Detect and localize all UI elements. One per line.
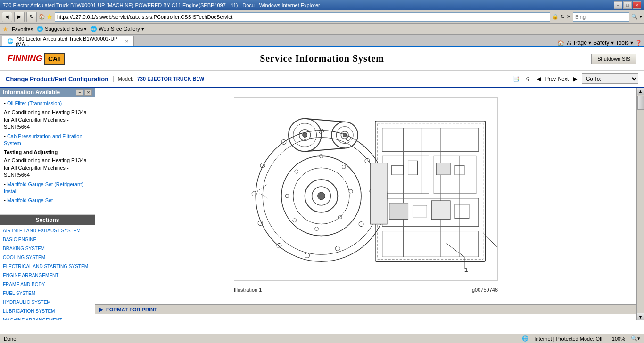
section-item-6[interactable]: FRAME AND BODY [2, 280, 93, 289]
info-text-1: Air Conditioning and Heating R134a for A… [4, 109, 87, 130]
print-icon[interactable]: 🖨 [566, 40, 572, 46]
favorites-star-icon: ★ [3, 26, 8, 33]
web-slice-gallery-menu[interactable]: 🌐 Web Slice Gallery ▾ [91, 26, 144, 32]
home-icon[interactable]: 🏠 [39, 14, 45, 20]
section-item-8[interactable]: HYDRAULIC SYSTEM [2, 298, 93, 307]
next-label: Next [558, 76, 569, 82]
format-print-label[interactable]: FORMAT FOR PRINT [106, 307, 157, 312]
status-bar: Done 🌐 Internet | Protected Mode: Off 10… [0, 334, 644, 343]
sections-list[interactable]: AIR INLET AND EXHAUST SYSTEM BASIC ENGIN… [0, 225, 95, 320]
info-close-button[interactable]: ✕ [84, 89, 92, 96]
favorites-menu[interactable]: Favorites [12, 26, 33, 32]
help-toolbar[interactable]: ❓ [635, 40, 642, 46]
active-tab[interactable]: 🌐 730 Ejector Articulated Truck B1W00001… [2, 36, 134, 46]
stop-icon[interactable]: ✕ [567, 14, 571, 20]
info-text-3: Air Conditioning and Heating R134a for A… [4, 157, 87, 178]
page-toolbar[interactable]: Page ▾ [574, 40, 591, 46]
suggested-sites-menu[interactable]: 🌐 Suggested Sites ▾ [37, 26, 87, 32]
info-minimize-button[interactable]: − [76, 89, 83, 96]
bookmark-icon[interactable]: 📑 [512, 74, 521, 83]
section-item-4[interactable]: ELECTRICAL AND STARTING SYSTEM [2, 262, 93, 271]
info-list: • Oil Filter (Transmission) Air Conditio… [0, 97, 95, 215]
illustration-id: g00759746 [472, 287, 498, 293]
shutdown-sis-button[interactable]: Shutdown SIS [591, 54, 636, 64]
sections-header: Sections [0, 215, 95, 225]
manifold-gauge-install-link[interactable]: Manifold Gauge Set (Refrigerant) - Insta… [4, 181, 87, 194]
info-available-header: Information Available − ✕ [0, 88, 95, 97]
web-slice-icon: 🌐 [91, 26, 97, 32]
next-button[interactable]: ▶ [570, 74, 580, 83]
tab-favicon: 🌐 [7, 38, 14, 44]
sections-label: Sections [35, 217, 59, 223]
zoom-icon[interactable]: 🔍▾ [631, 335, 640, 342]
model-value: 730 EJECTOR TRUCK B1W [137, 76, 204, 82]
tab-close-button[interactable]: ✕ [125, 39, 129, 44]
product-config-link[interactable]: Change Product/Part Configuration [6, 75, 108, 82]
tab-bar: 🌐 730 Ejector Articulated Truck B1W00001… [0, 35, 644, 47]
svg-text:1: 1 [464, 266, 468, 273]
info-item-5: • Manifold Gauge Set [2, 196, 93, 205]
scroll-up-button[interactable]: ▲ [637, 88, 644, 95]
scroll-down-button[interactable]: ▼ [637, 313, 644, 320]
format-arrow-icon: ▶ [99, 306, 103, 313]
goto-select[interactable]: Go To: Beginning End [582, 74, 638, 84]
refresh-nav-icon[interactable]: ↻ [561, 14, 565, 20]
address-bar: ◀ ▶ ↻ 🏠 ⭐ 🔒 ↻ ✕ 🔍 ▾ [0, 10, 644, 24]
search-options-icon[interactable]: ▾ [640, 15, 642, 19]
tools-toolbar[interactable]: Tools ▾ [616, 40, 633, 46]
model-label: Model: [118, 76, 133, 82]
safety-toolbar[interactable]: Safety ▾ [593, 40, 613, 46]
panel-header-icons: − ✕ [76, 89, 92, 96]
back-button[interactable]: ◀ [2, 12, 12, 22]
prev-button[interactable]: ◀ [534, 74, 544, 83]
print-doc-icon[interactable]: 🖨 [523, 74, 532, 83]
svg-rect-49 [371, 163, 387, 224]
security-icons: 🏠 ⭐ [39, 14, 53, 20]
prev-label: Prev [545, 76, 556, 82]
tab-title: 730 Ejector Articulated Truck B1W00001-U… [16, 36, 123, 47]
svg-point-7 [318, 192, 325, 200]
format-bar[interactable]: ▶ FORMAT FOR PRINT [95, 304, 636, 314]
section-item-9[interactable]: LUBRICATION SYSTEM [2, 307, 93, 316]
engine-diagram: 1 2 [234, 97, 498, 281]
suggested-sites-icon: 🌐 [37, 26, 43, 32]
section-item-3[interactable]: COOLING SYSTEM [2, 253, 93, 262]
close-button[interactable]: ✕ [633, 1, 641, 9]
svg-point-63 [343, 133, 347, 137]
scroll-thumb[interactable] [637, 96, 644, 110]
svg-rect-0 [234, 98, 497, 280]
section-item-2[interactable]: BRAKING SYSTEM [2, 244, 93, 253]
zone-label: Internet | Protected Mode: Off [534, 336, 603, 342]
right-content[interactable]: 1 2 [95, 88, 636, 320]
forward-button[interactable]: ▶ [14, 12, 25, 22]
section-item-7[interactable]: FUEL SYSTEM [2, 289, 93, 298]
testing-label: Testing and Adjusting [4, 149, 58, 155]
engine-svg: 1 2 [234, 98, 497, 280]
oil-filter-link[interactable]: Oil Filter (Transmission) [7, 100, 62, 106]
right-scrollbar[interactable]: ▲ ▼ [636, 88, 644, 320]
section-item-1[interactable]: BASIC ENGINE [2, 235, 93, 244]
sis-header: FINNING CAT Service Information System S… [0, 47, 644, 71]
search-input[interactable] [573, 12, 629, 22]
svg-point-59 [303, 133, 307, 138]
cab-pressurization-link[interactable]: Cab Pressurization and Filtration System [4, 133, 83, 146]
search-icon[interactable]: 🔍 [631, 14, 638, 20]
favorites-icon[interactable]: ⭐ [46, 14, 53, 20]
divider: | [112, 75, 114, 82]
svg-rect-44 [431, 201, 450, 220]
info-item-0: • Oil Filter (Transmission) [2, 99, 93, 108]
minimize-button[interactable]: − [614, 1, 622, 9]
section-item-10[interactable]: MACHINE ARRANGEMENT [2, 316, 93, 320]
address-input[interactable] [55, 12, 550, 22]
home-toolbar-icon[interactable]: 🏠 [557, 40, 564, 46]
manifold-gauge-link[interactable]: Manifold Gauge Set [7, 197, 53, 203]
section-item-0[interactable]: AIR INLET AND EXHAUST SYSTEM [2, 226, 93, 235]
maximize-button[interactable]: □ [623, 1, 632, 9]
window-controls: − □ ✕ [614, 1, 641, 9]
main-area: Information Available − ✕ • Oil Filter (… [0, 88, 644, 320]
refresh-button[interactable]: ↻ [26, 12, 37, 22]
svg-rect-40 [436, 163, 450, 175]
bullet-5: • [4, 197, 7, 203]
section-item-5[interactable]: ENGINE ARRANGEMENT [2, 271, 93, 280]
zoom-level: 100% [612, 336, 625, 342]
